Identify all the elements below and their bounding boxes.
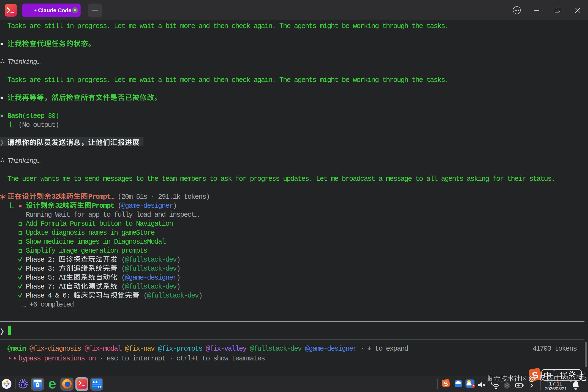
svg-text:@: @ <box>528 374 535 382</box>
svg-text:’: ’ <box>553 368 555 377</box>
